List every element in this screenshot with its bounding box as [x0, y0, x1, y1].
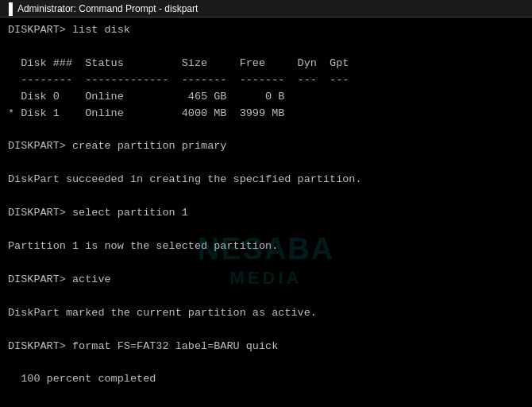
- line-6: * Disk 1 Online 4000 MB 3999 MB: [8, 106, 524, 122]
- line-5: Disk 0 Online 465 GB 0 B: [8, 89, 524, 106]
- line-8: DISKPART> create partition primary: [8, 138, 524, 155]
- line-15: [8, 255, 524, 272]
- terminal-window: NESABA MEDIA DISKPART> list disk Disk ##…: [0, 17, 532, 407]
- line-10: DiskPart succeeded in creating the speci…: [8, 172, 524, 188]
- line-9: [8, 155, 524, 172]
- line-17: [8, 289, 524, 305]
- line-19: [8, 322, 524, 339]
- line-3: Disk ### Status Size Free Dyn Gpt: [8, 56, 524, 72]
- window-title: Administrator: Command Prompt - diskpart: [17, 3, 198, 14]
- line-13: [8, 222, 524, 238]
- cmd-icon: ▐: [5, 2, 13, 15]
- line-16: DISKPART> active: [8, 272, 524, 289]
- line-1: DISKPART> list disk: [8, 22, 524, 39]
- line-11: [8, 188, 524, 205]
- title-bar: ▐ Administrator: Command Prompt - diskpa…: [0, 0, 532, 17]
- line-14: Partition 1 is now the selected partitio…: [8, 238, 524, 255]
- line-12: DISKPART> select partition 1: [8, 205, 524, 222]
- line-20: DISKPART> format FS=FAT32 label=BARU qui…: [8, 339, 524, 355]
- line-18: DiskPart marked the current partition as…: [8, 305, 524, 322]
- line-23: [8, 388, 524, 405]
- line-21: [8, 355, 524, 371]
- line-22: 100 percent completed: [8, 371, 524, 388]
- line-2: [8, 39, 524, 56]
- line-7: [8, 122, 524, 139]
- line-4: -------- ------------- ------- ------- -…: [8, 72, 524, 89]
